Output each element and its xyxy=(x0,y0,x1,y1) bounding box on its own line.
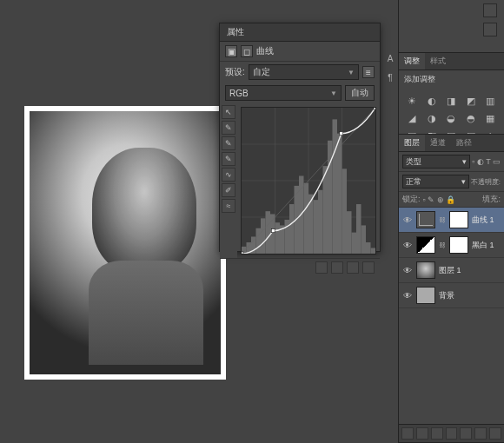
trash-icon[interactable] xyxy=(362,261,375,274)
layer-name[interactable]: 曲线 1 xyxy=(472,215,494,226)
adjustment-title: 曲线 xyxy=(256,45,274,57)
svg-rect-32 xyxy=(366,242,371,254)
visibility-icon[interactable]: 👁 xyxy=(402,240,413,250)
adjustment-preset-icon[interactable]: ◢ xyxy=(404,111,420,125)
adjustment-preset-icon[interactable]: ▦ xyxy=(482,111,498,125)
adjustment-preset-icon[interactable]: ☀ xyxy=(404,94,420,108)
edit-points-icon[interactable]: ∿ xyxy=(222,168,235,182)
adjustment-preset-icon[interactable]: ◒ xyxy=(443,111,459,125)
svg-rect-19 xyxy=(304,183,309,254)
link-icon[interactable]: ⛓ xyxy=(439,216,446,224)
mini-icon[interactable] xyxy=(483,3,497,17)
filter-kind-dropdown[interactable]: 类型▾ xyxy=(402,155,470,169)
sample-gray-icon[interactable]: ✎ xyxy=(222,136,235,150)
layer-name[interactable]: 黑白 1 xyxy=(472,240,494,251)
properties-footer xyxy=(220,258,380,276)
mini-icon[interactable] xyxy=(483,23,497,36)
adjustment-preset-icon[interactable]: ▥ xyxy=(482,94,498,108)
svg-rect-9 xyxy=(256,228,262,254)
svg-rect-33 xyxy=(371,248,376,254)
adjustment-thumb[interactable] xyxy=(416,236,435,254)
sample-black-icon[interactable]: ✎ xyxy=(222,152,235,166)
filter-icons[interactable]: ▫ ◐ T ▭ xyxy=(472,157,501,166)
adjustment-preset-icon[interactable]: ◑ xyxy=(424,111,440,125)
layer-row[interactable]: 👁背景 xyxy=(399,283,504,308)
adjustments-tab[interactable]: 调整 xyxy=(399,53,425,69)
channel-dropdown[interactable]: RGB ▼ xyxy=(225,85,342,101)
svg-rect-37 xyxy=(340,132,343,136)
svg-rect-11 xyxy=(266,211,271,254)
mask-thumb[interactable] xyxy=(449,236,468,254)
preset-menu-icon[interactable]: ≡ xyxy=(362,66,375,78)
new-layer-icon[interactable] xyxy=(474,427,487,440)
layer-row[interactable]: 👁⛓黑白 1 xyxy=(399,233,504,258)
adjustment-thumb[interactable] xyxy=(416,211,435,228)
sample-white-icon[interactable]: ✎ xyxy=(222,121,235,135)
adjustment-preset-icon[interactable]: ◩ xyxy=(463,94,479,108)
paths-tab[interactable]: 路径 xyxy=(451,135,477,151)
opacity-label: 不透明度: xyxy=(471,177,501,187)
draw-curve-icon[interactable]: ✐ xyxy=(222,183,235,197)
svg-rect-23 xyxy=(323,166,328,254)
adjustment-preset-icon[interactable]: ◓ xyxy=(463,111,479,125)
visibility-icon[interactable]: 👁 xyxy=(402,290,413,301)
chevron-down-icon: ▼ xyxy=(330,89,337,97)
trash-icon[interactable] xyxy=(489,427,501,440)
layers-tab[interactable]: 图层 xyxy=(399,135,425,151)
adjustments-title: 添加调整 xyxy=(399,70,504,89)
visibility-icon[interactable]: 👁 xyxy=(402,215,413,225)
layer-name[interactable]: 图层 1 xyxy=(439,265,461,276)
svg-rect-26 xyxy=(337,134,342,254)
layer-list: 👁⛓曲线 1👁⛓黑白 1👁图层 1👁背景 xyxy=(399,208,504,308)
svg-rect-30 xyxy=(356,204,361,254)
adjustment-preset-icon[interactable]: ◨ xyxy=(443,94,459,108)
svg-rect-35 xyxy=(242,252,243,254)
svg-rect-16 xyxy=(289,204,295,254)
reset-icon[interactable] xyxy=(347,261,359,274)
svg-rect-28 xyxy=(347,211,352,254)
layer-row[interactable]: 👁⛓曲线 1 xyxy=(399,208,504,233)
fx-icon[interactable] xyxy=(416,427,428,440)
preset-value: 自定 xyxy=(253,66,270,78)
clip-icon[interactable] xyxy=(315,261,328,274)
svg-rect-15 xyxy=(285,220,290,254)
type-icon[interactable]: A xyxy=(384,52,396,64)
svg-rect-38 xyxy=(374,108,375,109)
layer-thumb[interactable] xyxy=(416,261,435,279)
blend-mode-dropdown[interactable]: 正常▾ xyxy=(402,175,469,188)
paragraph-icon[interactable]: ¶ xyxy=(384,71,396,83)
layers-footer xyxy=(399,424,504,442)
right-panel-column: C 火星网 hxsd.com 调整 样式 添加调整 ☀◐◨◩▥◢◑◒◓▦▤◧◪▣… xyxy=(398,0,504,443)
layer-name[interactable]: 背景 xyxy=(439,290,454,301)
group-icon[interactable] xyxy=(460,427,472,440)
chevron-down-icon: ▼ xyxy=(348,69,355,76)
link-icon[interactable]: ⛓ xyxy=(439,241,446,249)
view-previous-icon[interactable] xyxy=(331,261,343,274)
mask-icon[interactable]: ◻ xyxy=(241,45,253,57)
smooth-icon[interactable]: ≈ xyxy=(222,199,235,213)
svg-rect-31 xyxy=(361,225,367,254)
svg-rect-22 xyxy=(318,190,323,254)
curves-tool-rail: ↖ ✎ ✎ ✎ ∿ ✐ ≈ xyxy=(220,103,237,258)
svg-rect-27 xyxy=(342,169,348,254)
on-image-tool-icon[interactable]: ↖ xyxy=(222,105,235,119)
channels-tab[interactable]: 通道 xyxy=(425,135,451,151)
panel-collapse-strip xyxy=(483,3,497,36)
layer-row[interactable]: 👁图层 1 xyxy=(399,258,504,283)
svg-rect-13 xyxy=(275,222,281,254)
auto-button[interactable]: 自动 xyxy=(345,85,375,101)
adjustment-preset-icon[interactable]: ◐ xyxy=(424,94,440,108)
photo-content xyxy=(30,111,221,374)
mask-icon[interactable] xyxy=(431,427,443,440)
lock-icons[interactable]: ▫ ✎ ⊕ 🔒 xyxy=(423,195,456,204)
link-layers-icon[interactable] xyxy=(401,427,414,440)
mask-thumb[interactable] xyxy=(449,211,468,228)
styles-tab[interactable]: 样式 xyxy=(425,53,451,69)
properties-tab[interactable]: 属性 xyxy=(220,23,380,42)
adjustment-layer-icon[interactable] xyxy=(446,427,458,440)
visibility-icon[interactable]: 👁 xyxy=(402,265,413,275)
curve-graph[interactable] xyxy=(241,107,376,255)
document-image[interactable] xyxy=(24,106,226,380)
preset-dropdown[interactable]: 自定 ▼ xyxy=(249,64,359,80)
layer-thumb[interactable] xyxy=(416,287,435,304)
